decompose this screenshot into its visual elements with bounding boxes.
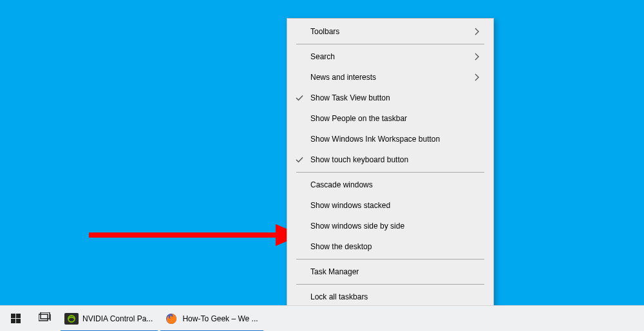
menu-label: Show windows side by side bbox=[310, 222, 482, 231]
taskbar-app-label: NVIDIA Control Pa... bbox=[82, 314, 153, 323]
menu-label: Show windows stacked bbox=[310, 201, 482, 210]
menu-separator bbox=[296, 284, 484, 285]
menu-label: Show touch keyboard button bbox=[310, 155, 482, 164]
taskbar: NVIDIA Control Pa... How-To Geek – We ..… bbox=[0, 305, 644, 331]
menu-separator bbox=[296, 259, 484, 260]
svg-rect-5 bbox=[64, 313, 79, 325]
menu-label: Show the desktop bbox=[310, 242, 482, 251]
chevron-right-icon bbox=[471, 53, 482, 61]
menu-label: News and interests bbox=[310, 73, 471, 82]
menu-label: Show Task View button bbox=[310, 93, 482, 102]
taskbar-app-label: How-To Geek – We ... bbox=[182, 314, 258, 323]
menu-label: Show Windows Ink Workspace button bbox=[310, 135, 482, 144]
check-icon bbox=[289, 93, 310, 102]
check-icon bbox=[289, 155, 310, 164]
menu-item-show-stacked[interactable]: Show windows stacked bbox=[289, 195, 492, 216]
menu-item-show-task-view[interactable]: Show Task View button bbox=[289, 88, 492, 108]
svg-rect-3 bbox=[41, 312, 50, 319]
menu-separator bbox=[296, 44, 484, 44]
desktop: Toolbars Search News and interests Sh bbox=[0, 0, 644, 331]
menu-label: Lock all taskbars bbox=[310, 292, 482, 301]
firefox-icon bbox=[164, 312, 178, 326]
menu-item-side-by-side[interactable]: Show windows side by side bbox=[289, 216, 492, 236]
menu-label: Toolbars bbox=[310, 27, 471, 36]
taskbar-app-firefox[interactable]: How-To Geek – We ... bbox=[159, 306, 264, 332]
chevron-right-icon bbox=[471, 73, 482, 81]
start-button[interactable] bbox=[0, 306, 31, 332]
annotation-arrow-icon bbox=[89, 219, 301, 251]
menu-item-news-interests[interactable]: News and interests bbox=[289, 67, 492, 88]
menu-item-show-people[interactable]: Show People on the taskbar bbox=[289, 108, 492, 129]
menu-item-lock-taskbars[interactable]: Lock all taskbars bbox=[289, 287, 492, 307]
svg-rect-2 bbox=[39, 314, 48, 321]
menu-item-show-ink[interactable]: Show Windows Ink Workspace button bbox=[289, 129, 492, 149]
task-view-button[interactable] bbox=[31, 306, 59, 332]
menu-item-toolbars[interactable]: Toolbars bbox=[289, 21, 492, 42]
nvidia-icon bbox=[64, 312, 79, 326]
chevron-right-icon bbox=[471, 28, 482, 35]
menu-label: Show People on the taskbar bbox=[310, 114, 482, 123]
menu-separator bbox=[296, 172, 484, 173]
menu-label: Cascade windows bbox=[310, 180, 482, 189]
menu-item-search[interactable]: Search bbox=[289, 46, 492, 67]
menu-label: Search bbox=[310, 52, 471, 61]
menu-label: Task Manager bbox=[310, 267, 482, 276]
taskbar-app-nvidia[interactable]: NVIDIA Control Pa... bbox=[59, 306, 159, 332]
windows-logo-icon bbox=[11, 314, 21, 323]
menu-item-task-manager[interactable]: Task Manager bbox=[289, 261, 492, 282]
taskbar-context-menu: Toolbars Search News and interests Sh bbox=[287, 18, 494, 331]
menu-item-cascade-windows[interactable]: Cascade windows bbox=[289, 175, 492, 195]
task-view-icon bbox=[39, 312, 52, 325]
menu-item-show-touch-keyboard[interactable]: Show touch keyboard button bbox=[289, 149, 492, 170]
menu-item-show-desktop[interactable]: Show the desktop bbox=[289, 236, 492, 257]
